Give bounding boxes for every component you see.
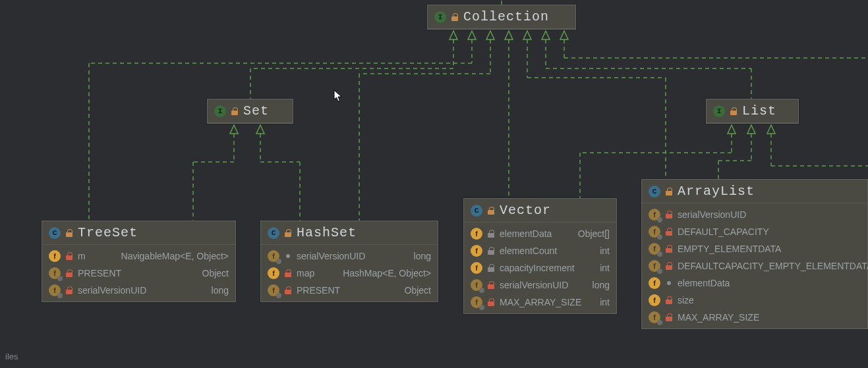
svg-marker-0	[449, 31, 457, 39]
member-row[interactable]: fDEFAULT_CAPACITY	[642, 223, 867, 240]
member-name: serialVersionUID	[500, 280, 568, 290]
node-header[interactable]: ISet	[208, 99, 293, 123]
member-row[interactable]: fMAX_ARRAY_SIZEint	[464, 294, 616, 311]
member-list: fserialVersionUIDfDEFAULT_CAPACITYfEMPTY…	[642, 203, 867, 329]
package-private-icon	[286, 254, 290, 258]
svg-marker-4	[523, 31, 531, 39]
node-title: HashSet	[297, 225, 357, 240]
member-row[interactable]: fPRESENTObject	[42, 265, 235, 282]
member-row[interactable]: fserialVersionUID	[642, 206, 867, 223]
member-name: EMPTY_ELEMENTDATA	[678, 244, 781, 254]
node-title: Vector	[500, 203, 551, 218]
member-row[interactable]: fPRESENTObject	[261, 282, 438, 299]
uml-node-list[interactable]: IList	[706, 99, 799, 124]
member-name: elementData	[678, 278, 730, 288]
node-title: Set	[243, 103, 269, 118]
svg-marker-27	[256, 125, 264, 134]
svg-marker-6	[560, 31, 568, 39]
field-icon: f	[649, 226, 660, 238]
member-name: size	[678, 295, 694, 305]
lock-icon	[66, 229, 72, 237]
field-icon: f	[471, 262, 482, 274]
lock-icon	[488, 298, 494, 306]
lock-icon	[451, 13, 458, 21]
member-name: elementData	[500, 228, 552, 239]
lock-icon	[666, 262, 672, 270]
member-row[interactable]: felementCountint	[464, 242, 616, 259]
svg-marker-35	[747, 125, 755, 134]
mouse-cursor	[333, 90, 343, 103]
member-name: PRESENT	[297, 285, 340, 296]
member-type: int	[600, 263, 610, 273]
field-icon: f	[471, 279, 482, 291]
lock-icon	[66, 252, 72, 260]
member-type: Object	[405, 285, 431, 296]
member-name: m	[78, 251, 86, 261]
member-row[interactable]: fDEFAULTCAPACITY_EMPTY_ELEMENTDATA	[642, 257, 867, 275]
node-header[interactable]: IList	[707, 99, 798, 123]
svg-marker-2	[486, 31, 494, 39]
member-row[interactable]: fserialVersionUIDlong	[261, 248, 438, 265]
member-type: NavigableMap<E, Object>	[121, 251, 229, 261]
member-name: map	[297, 268, 314, 278]
class-icon: C	[649, 186, 660, 197]
member-list: fmNavigableMap<E, Object>fPRESENTObjectf…	[42, 245, 235, 302]
uml-node-set[interactable]: ISet	[207, 99, 293, 124]
lock-icon	[666, 245, 672, 253]
field-icon: f	[649, 260, 660, 272]
node-header[interactable]: CTreeSet	[42, 221, 235, 245]
node-header[interactable]: CHashSet	[261, 221, 438, 245]
member-row[interactable]: fMAX_ARRAY_SIZE	[642, 309, 867, 326]
lock-icon	[488, 230, 494, 238]
lock-icon	[285, 269, 291, 277]
field-icon: f	[268, 250, 279, 262]
lock-icon	[730, 107, 737, 115]
svg-marker-1	[468, 31, 476, 39]
node-header[interactable]: CVector	[464, 199, 616, 223]
node-header[interactable]: CArrayList	[642, 180, 867, 203]
svg-marker-34	[728, 125, 736, 134]
node-header[interactable]: ICollection	[428, 5, 575, 29]
uml-node-arraylist[interactable]: CArrayListfserialVersionUIDfDEFAULT_CAPA…	[641, 179, 868, 329]
field-icon: f	[649, 294, 660, 306]
member-type: long	[593, 280, 610, 290]
svg-marker-26	[230, 125, 238, 134]
lock-icon	[666, 228, 672, 236]
member-row[interactable]: fcapacityIncrementint	[464, 259, 616, 276]
member-name: DEFAULTCAPACITY_EMPTY_ELEMENTDATA	[678, 261, 868, 271]
lock-icon	[285, 229, 291, 237]
lock-icon	[231, 107, 238, 115]
member-row[interactable]: fEMPTY_ELEMENTDATA	[642, 240, 867, 257]
uml-node-collection[interactable]: ICollection	[427, 5, 576, 30]
uml-node-treeset[interactable]: CTreeSetfmNavigableMap<E, Object>fPRESEN…	[42, 221, 236, 302]
class-icon: C	[49, 227, 61, 239]
files-tab-partial[interactable]: iles	[0, 349, 24, 364]
member-row[interactable]: fmNavigableMap<E, Object>	[42, 248, 235, 265]
class-icon: C	[471, 205, 482, 217]
svg-marker-3	[505, 31, 513, 39]
member-name: MAX_ARRAY_SIZE	[678, 312, 759, 323]
svg-marker-5	[542, 31, 550, 39]
member-name: elementCount	[500, 246, 557, 256]
member-name: DEFAULT_CAPACITY	[678, 226, 769, 237]
uml-node-vector[interactable]: CVectorfelementDataObject[]felementCount…	[463, 198, 617, 314]
uml-node-hashset[interactable]: CHashSetfserialVersionUIDlongfmapHashMap…	[260, 221, 438, 302]
field-icon: f	[649, 277, 660, 289]
member-type: long	[212, 285, 229, 296]
member-row[interactable]: felementData	[642, 275, 867, 292]
node-title: ArrayList	[678, 184, 755, 199]
member-row[interactable]: fserialVersionUIDlong	[464, 276, 616, 294]
member-row[interactable]: fserialVersionUIDlong	[42, 282, 235, 299]
package-private-icon	[667, 281, 671, 285]
field-icon: f	[268, 284, 279, 296]
member-row[interactable]: fmapHashMap<E, Object>	[261, 265, 438, 282]
lock-icon	[666, 296, 672, 304]
lock-icon	[488, 264, 494, 272]
member-type: long	[414, 251, 431, 261]
member-row[interactable]: fsize	[642, 292, 867, 309]
member-type: Object[]	[578, 228, 610, 239]
member-name: PRESENT	[78, 268, 121, 278]
node-title: TreeSet	[78, 225, 138, 240]
member-row[interactable]: felementDataObject[]	[464, 225, 616, 242]
lock-icon	[488, 281, 494, 289]
